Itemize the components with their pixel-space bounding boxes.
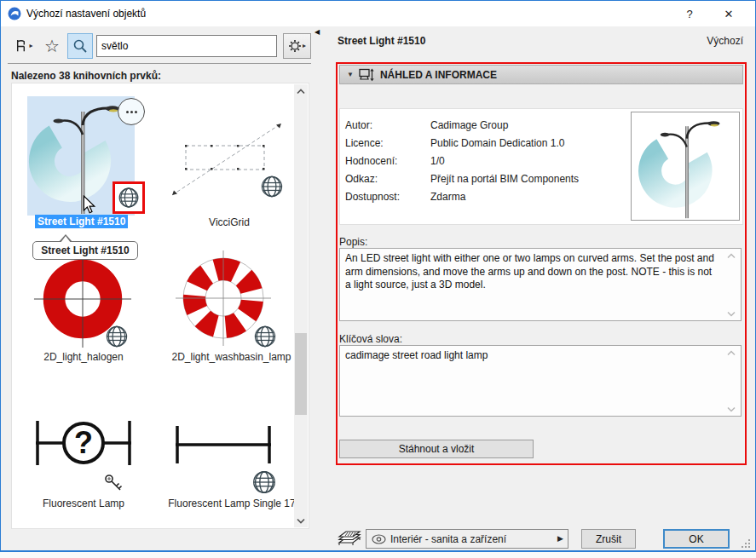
toolbar-separator [8,63,311,64]
globe-badge [249,467,280,498]
chevron-down-icon [727,311,736,317]
library-item-fluorescent-lamp[interactable]: ? Fluorescent Lamp [12,397,157,508]
field-value: Zdarma [430,191,465,203]
globe-icon [103,323,130,350]
layer-combo-value: Interiér - sanita a zařízení [390,533,506,545]
combo-arrow-icon: ▶ [557,534,563,543]
scrollbar-thumb[interactable] [295,333,307,415]
search-toggle-button[interactable] [67,33,93,59]
window-title: Výchozí nastavení objektů [26,8,146,20]
library-item-label: Street Light #1510 [35,215,128,228]
eye-icon [372,534,386,544]
more-options-button[interactable] [118,98,145,125]
close-button[interactable]: ✕ [714,1,743,26]
item-tooltip: Street Light #1510 [32,241,138,260]
cancel-button[interactable]: Zrušit [581,529,636,549]
globe-icon [251,323,279,350]
preview-info-section-header[interactable]: ▼ NÁHLED A INFORMACE [339,65,743,84]
chevron-up-icon [297,89,305,95]
field-label: Autor: [345,119,372,131]
library-item-label: Fluorescent Lamp [19,498,148,509]
fluorescent-single-graphic [170,419,276,470]
description-label: Popis: [339,236,367,248]
library-item-label: Fluorescent Lamp Single 17 [159,498,305,509]
field-value: Cadimage Group [430,119,508,131]
chevron-up-icon [727,253,736,259]
globe-icon [116,185,141,210]
key-icon [104,474,124,494]
panel-collapse-arrow-icon[interactable]: ◀ [315,28,320,36]
layer-combo[interactable]: Interiér - sanita a zařízení ▶ [366,529,568,549]
fluorescent-lamp-graphic: ? [31,406,136,477]
globe-badge [251,322,280,351]
street-light-preview-graphic [632,112,739,220]
section-title: NÁHLED A INFORMACE [380,69,497,81]
library-list: Street Light #1510 [11,83,309,529]
library-item-fluorescent-single[interactable]: Fluorescent Lamp Single 17 [157,397,310,508]
item-preview-image [631,112,740,221]
globe-badge [102,322,131,351]
svg-text:?: ? [74,425,93,460]
search-input[interactable] [96,35,277,57]
resize-grip[interactable] [742,539,751,549]
info-row-licence: Licence: Public Domain Dedication 1.0 [345,137,384,150]
chevron-right-icon: ▸ [29,43,32,49]
library-item-viccigrid[interactable]: VicciGrid [157,83,302,237]
chair-icon [13,38,29,55]
library-item-label: 2D_light_halogen [19,351,148,363]
object-default-settings-dialog: Výchozí nastavení objektů ? ✕ ▸ ☆ ▸ [0,0,756,552]
info-row-availability: Dostupnost: Zdarma [345,191,400,204]
library-item-halogen[interactable]: 2D_light_halogen [12,242,157,370]
library-item-label: 2D_light_washbasin_lamp [161,351,302,363]
bim-components-link[interactable]: Přejít na portál BIM Components [430,173,579,185]
info-row-rating: Hodnocení: 1/0 [345,155,397,168]
ok-button[interactable]: OK [663,529,730,549]
gear-icon [288,39,302,53]
archicad-app-icon [8,7,21,20]
field-label: Odkaz: [345,173,378,185]
field-value: 1/0 [430,155,445,167]
download-insert-button[interactable]: Stáhnout a vložit [339,440,534,458]
field-label: Dostupnost: [345,191,400,203]
chevron-down-icon [727,406,736,412]
chevron-right-icon: ▸ [303,43,306,49]
mouse-cursor [81,195,98,214]
description-textarea[interactable]: An LED street light with either one or t… [339,248,742,321]
field-label: Hodnocení: [345,155,397,167]
chevron-down-icon [297,518,305,524]
globe-badge [257,172,286,201]
preview-panel-icon [359,68,375,82]
scroll-down-button[interactable] [294,514,308,527]
collapse-triangle-icon: ▼ [347,72,354,78]
keywords-label: Klíčová slova: [339,333,402,345]
search-settings-button[interactable]: ▸ [283,33,311,59]
globe-icon [258,173,286,200]
info-row-link: Odkaz: Přejít na portál BIM Components [345,173,378,186]
library-item-label: VicciGrid [170,216,289,228]
globe-badge-highlighted[interactable] [113,181,145,214]
search-icon [72,38,88,54]
list-scrollbar[interactable] [294,84,308,527]
globe-icon [250,468,279,497]
info-row-author: Autor: Cadimage Group [345,119,372,132]
library-item-street-light[interactable]: Street Light #1510 [12,83,157,237]
details-title: Street Light #1510 [338,35,425,47]
results-count-label: Nalezeno 38 knihovních prvků: [11,70,161,82]
keywords-textarea[interactable]: cadimage street road light lamp [339,345,742,417]
default-state-label: Výchozí [707,35,743,47]
help-button[interactable]: ? [675,1,704,26]
library-item-washbasin-lamp[interactable]: 2D_light_washbasin_lamp [157,242,310,370]
folder-view-button[interactable]: ▸ [9,35,37,57]
item-info-panel: Autor: Cadimage Group Licence: Public Do… [339,108,743,225]
chevron-up-icon [727,350,736,356]
layers-icon [337,529,362,549]
field-value: Public Domain Dedication 1.0 [430,137,564,149]
title-bar: Výchozí nastavení objektů ? ✕ [1,1,755,26]
scroll-up-button[interactable] [294,84,308,98]
favorites-button[interactable]: ☆ [40,33,64,59]
field-label: Licence: [345,137,384,149]
star-icon: ☆ [44,36,60,56]
